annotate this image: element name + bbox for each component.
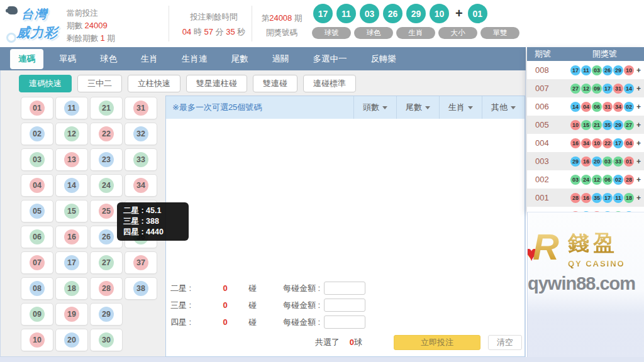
history-period: 004 [535, 138, 560, 148]
number-cell[interactable]: 11 [55, 97, 88, 119]
nav-tab[interactable]: 多選中一 [305, 49, 355, 69]
number-cell[interactable]: 31 [125, 97, 157, 119]
amount-input[interactable] [324, 282, 365, 295]
number-cell[interactable]: 14 [55, 174, 88, 197]
number-ball: 31 [133, 101, 148, 116]
number-cell[interactable]: 13 [55, 148, 88, 171]
history-ball: 12 [592, 175, 602, 185]
history-ball: 01 [624, 156, 634, 167]
number-cell[interactable]: 16 [55, 226, 88, 248]
history-ball: 16 [581, 156, 591, 167]
remain-label: 剩餘期數 [67, 34, 98, 43]
history-ball: 29 [613, 120, 623, 130]
history-ball: 06 [602, 175, 613, 185]
number-cell[interactable]: 15 [55, 200, 88, 222]
submit-bet-button[interactable]: 立即投注 [394, 335, 480, 350]
number-cell[interactable]: 17 [55, 251, 88, 274]
filter-dropdown[interactable]: 生肖 [439, 96, 482, 119]
nav-tab[interactable]: 單碼 [51, 49, 84, 69]
lottery-app: 台灣 威力彩 當前投注 期數 24009 剩餘期數 1 期 投注剩餘時間 04 … [0, 0, 644, 362]
subtab-button[interactable]: 三中二 [77, 75, 122, 92]
subtab-button[interactable]: 連碼快速 [19, 75, 72, 92]
number-cell[interactable]: 38 [125, 277, 157, 300]
amount-label: 每碰金額 : [283, 300, 320, 311]
number-cell[interactable]: 10 [21, 329, 53, 351]
history-period: 003 [535, 156, 560, 166]
draw-view-pill[interactable]: 單雙 [480, 27, 519, 39]
bet-form-row: 二星 :0碰每碰金額 : [170, 280, 525, 297]
draw-view-pill[interactable]: 生肖 [396, 27, 435, 39]
history-ball: 34 [581, 138, 591, 148]
draw-view-pill[interactable]: 球色 [354, 27, 393, 39]
draw-view-pill[interactable]: 球號 [312, 27, 351, 39]
number-cell[interactable]: 04 [21, 174, 53, 197]
number-cell[interactable]: 34 [125, 174, 157, 197]
number-cell[interactable]: 08 [21, 277, 53, 300]
history-row: 008171103262910+ [527, 61, 644, 79]
last-draw-info: 第24008 期 開獎號碼 [257, 11, 307, 40]
number-cell[interactable]: 07 [21, 251, 53, 274]
number-cell[interactable]: 02 [21, 123, 53, 145]
number-cell[interactable]: 29 [90, 303, 123, 326]
number-cell[interactable]: 12 [55, 123, 88, 145]
number-cell[interactable]: 28 [90, 277, 123, 300]
number-cell[interactable]: 37 [125, 251, 157, 274]
history-rows: 008171103262910+007271209173114+00614040… [527, 61, 644, 212]
history-period: 001 [535, 193, 560, 202]
number-cell[interactable]: 27 [90, 251, 123, 274]
clear-button[interactable]: 清空 [488, 335, 522, 350]
number-cell[interactable]: 22 [90, 123, 123, 145]
number-cell[interactable]: 06 [21, 226, 53, 248]
number-cell[interactable]: 23 [90, 148, 123, 171]
number-cell[interactable]: 01 [21, 97, 53, 119]
subtab-button[interactable]: 雙星連柱碰 [186, 75, 247, 92]
amount-label: 每碰金額 : [283, 283, 320, 294]
subtab-button[interactable]: 立柱快速 [128, 75, 180, 92]
subtab-button[interactable]: 連碰標準 [303, 75, 356, 92]
number-cell[interactable]: 20 [55, 329, 88, 351]
nav-tab[interactable]: 反轉樂 [363, 49, 405, 69]
nav-tab[interactable]: 尾數 [223, 49, 257, 69]
history-ball: 17 [570, 65, 580, 75]
history-ball: 16 [581, 193, 591, 203]
logo-line1: 台灣 [21, 6, 48, 23]
number-cell[interactable]: 03 [21, 148, 53, 171]
history-ball: 17 [602, 84, 613, 94]
number-cell[interactable]: 09 [21, 303, 53, 326]
history-ball: 29 [570, 156, 580, 167]
number-ball: 33 [133, 152, 148, 167]
number-cell[interactable]: 24 [90, 174, 123, 197]
number-cell[interactable]: 18 [55, 277, 88, 300]
subtab-button[interactable]: 雙連碰 [253, 75, 297, 92]
selected-label: 共選了 [315, 337, 340, 348]
filter-dropdown[interactable]: 尾數 [396, 96, 439, 119]
filter-dropdown[interactable]: 其他 [482, 96, 525, 119]
nav-tab[interactable]: 生肖 [133, 49, 166, 69]
number-cell[interactable]: 05 [21, 200, 53, 222]
draw-view-pill[interactable]: 大小 [438, 27, 477, 39]
subtab-bar: 連碼快速三中二立柱快速雙星連柱碰雙連碰連碰標準 [19, 75, 356, 92]
nav-tab[interactable]: 球色 [92, 49, 125, 69]
drawn-ball: 10 [430, 4, 449, 23]
nav-tab[interactable]: 連碼 [10, 49, 43, 69]
history-ball: 02 [624, 102, 634, 112]
selection-area [166, 119, 525, 278]
bet-panel: ※最多一次可選25個號碼 頭數尾數生肖其他 二星 :0碰每碰金額 :三星 :0碰… [165, 96, 525, 357]
nav-tab[interactable]: 過關 [264, 49, 297, 69]
nav-tab[interactable]: 生肖連 [174, 49, 216, 69]
history-ball: 04 [624, 138, 634, 148]
bet-form-row: 四星 :0碰每碰金額 : [170, 314, 525, 331]
amount-input[interactable] [324, 299, 365, 312]
plus-sign: + [455, 6, 463, 21]
drawn-ball: 03 [360, 4, 379, 23]
current-bet-info: 當前投注 期數 24009 剩餘期數 1 期 [67, 7, 115, 45]
number-cell[interactable]: 33 [125, 148, 157, 171]
number-cell[interactable]: 30 [90, 329, 123, 351]
watermark-overlay: ♥ R 錢盈 QY CASINO qywin88.com [527, 212, 644, 362]
amount-input[interactable] [324, 315, 365, 329]
number-cell[interactable]: 32 [125, 123, 157, 145]
filter-dropdown[interactable]: 頭數 [353, 96, 396, 119]
number-cell[interactable]: 21 [90, 97, 123, 119]
number-cell[interactable]: 19 [55, 303, 88, 326]
drawn-ball: 29 [406, 4, 426, 23]
